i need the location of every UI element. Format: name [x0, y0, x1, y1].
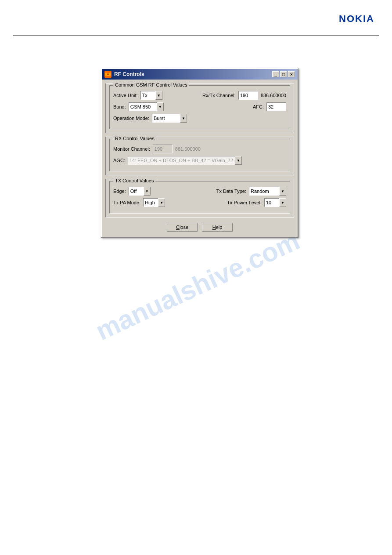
agc-label: AGC: — [113, 158, 125, 163]
tx-control-group-inner: TX Control Values Edge: Off On ▼ Tx Data… — [109, 181, 290, 214]
common-gsm-group: Common GSM RF Control Values Active Unit… — [105, 83, 294, 133]
frequency-display: 836.600000 — [261, 93, 286, 98]
active-unit-select[interactable]: Tx Rx — [140, 91, 162, 100]
dialog-title: RF Controls — [114, 71, 144, 77]
agc-row: AGC: 14: FEG_ON + DTOS_ON + BB_42 = VGai… — [113, 156, 286, 165]
common-gsm-group-inner: Common GSM RF Control Values Active Unit… — [109, 85, 290, 129]
tx-pa-mode-label: Tx PA Mode: — [113, 200, 140, 205]
band-label: Band: — [113, 104, 126, 109]
operation-mode-row: Operation Mode: Burst CW ▼ — [113, 114, 286, 123]
active-unit-select-wrapper: Tx Rx ▼ — [140, 91, 162, 100]
monitor-channel-row: Monitor Channel: 881.600000 — [113, 145, 286, 153]
monitor-frequency-display: 881.600000 — [175, 146, 201, 152]
tx-pa-mode-row: Tx PA Mode: High Low ▼ Tx Power Level: 1… — [113, 198, 286, 207]
tx-data-type-label: Tx Data Type: — [216, 189, 246, 194]
monitor-channel-label: Monitor Channel: — [113, 146, 150, 152]
close-button[interactable]: Close — [167, 223, 198, 232]
tx-power-level-label: Tx Power Level: — [227, 200, 262, 205]
titlebar-title: RF Controls — [104, 71, 144, 78]
band-row: Band: GSM 850 GSM 900 GSM 1800 GSM 1900 … — [113, 102, 286, 111]
rx-tx-channel-input[interactable] — [238, 91, 258, 100]
maximize-button[interactable]: □ — [280, 71, 287, 77]
minimize-button[interactable]: _ — [272, 71, 279, 77]
edge-label: Edge: — [113, 189, 126, 194]
afc-input[interactable] — [266, 102, 286, 111]
edge-select[interactable]: Off On — [129, 187, 151, 196]
rx-tx-channel-label: Rx/Tx Channel: — [202, 93, 236, 98]
dialog-content: Common GSM RF Control Values Active Unit… — [102, 80, 298, 237]
dialog-button-row: Close Help — [105, 221, 294, 233]
edge-row: Edge: Off On ▼ Tx Data Type: Random Che — [113, 187, 286, 196]
help-button[interactable]: Help — [202, 223, 233, 232]
dialog-titlebar: RF Controls _ □ × — [102, 69, 298, 80]
monitor-channel-input[interactable] — [153, 145, 173, 153]
tx-control-legend: TX Control Values — [113, 178, 155, 183]
nokia-logo: NOKIA — [339, 13, 374, 25]
active-unit-label: Active Unit: — [113, 93, 138, 98]
afc-label: AFC: — [253, 104, 264, 109]
operation-mode-select[interactable]: Burst CW — [152, 114, 187, 123]
band-select[interactable]: GSM 850 GSM 900 GSM 1800 GSM 1900 — [129, 102, 164, 111]
titlebar-buttons: _ □ × — [272, 71, 295, 77]
tx-pa-mode-select[interactable]: High Low — [143, 198, 165, 207]
agc-select-wrapper: 14: FEG_ON + DTOS_ON + BB_42 = VGain_72 … — [128, 156, 242, 165]
tx-control-group: TX Control Values Edge: Off On ▼ Tx Data… — [105, 179, 294, 218]
band-select-wrapper: GSM 850 GSM 900 GSM 1800 GSM 1900 ▼ — [129, 102, 164, 111]
tx-data-type-select[interactable]: Random Checkerboard All 0s All 1s — [249, 187, 286, 196]
common-gsm-legend: Common GSM RF Control Values — [113, 82, 189, 87]
rx-control-group-inner: RX Control Values Monitor Channel: 881.6… — [109, 139, 290, 171]
active-unit-row: Active Unit: Tx Rx ▼ Rx/Tx Channel: 836.… — [113, 91, 286, 100]
operation-mode-select-wrapper: Burst CW ▼ — [152, 114, 187, 123]
agc-select[interactable]: 14: FEG_ON + DTOS_ON + BB_42 = VGain_72 — [128, 156, 242, 165]
svg-rect-1 — [106, 72, 110, 73]
tx-data-type-select-wrapper: Random Checkerboard All 0s All 1s ▼ — [249, 187, 286, 196]
tx-power-level-select[interactable]: 10 5 0 — [264, 198, 286, 207]
rf-controls-dialog: RF Controls _ □ × Common GSM RF Control … — [101, 68, 298, 238]
operation-mode-label: Operation Mode: — [113, 116, 149, 121]
header-rule — [13, 35, 379, 36]
rx-control-legend: RX Control Values — [113, 136, 156, 141]
edge-select-wrapper: Off On ▼ — [129, 187, 151, 196]
tx-power-level-select-wrapper: 10 5 0 ▼ — [264, 198, 286, 207]
close-window-button[interactable]: × — [288, 71, 295, 77]
svg-point-2 — [107, 73, 109, 75]
tx-pa-mode-select-wrapper: High Low ▼ — [143, 198, 165, 207]
dialog-icon — [104, 71, 111, 78]
rx-control-group: RX Control Values Monitor Channel: 881.6… — [105, 137, 294, 175]
